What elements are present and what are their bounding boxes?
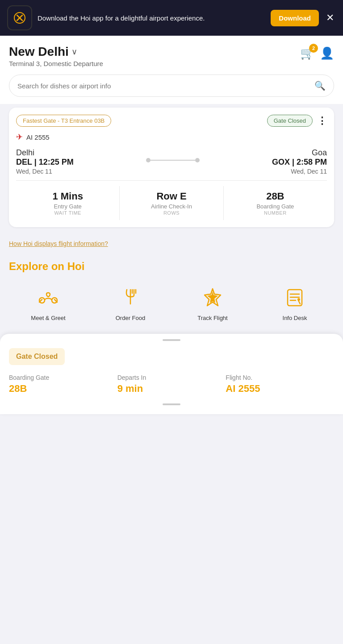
dest-info: Goa GOX | 2:58 PM Wed, Dec 11	[272, 148, 327, 175]
dest-date: Wed, Dec 11	[272, 168, 327, 175]
sheet-flight-no-label: Flight No.	[226, 374, 334, 381]
search-icon: 🔍	[314, 80, 326, 91]
origin-time: 12:25 PM	[39, 158, 74, 166]
wait-sublabel: WAIT TIME	[20, 210, 116, 216]
search-input[interactable]	[17, 82, 314, 90]
checkin-sublabel: ROWS	[123, 210, 219, 216]
card-header: Fastest Gate - T3 Entrance 03B Gate Clos…	[16, 115, 327, 127]
origin-city: Delhi	[16, 148, 74, 158]
explore-title-prefix: Explore on	[9, 260, 67, 272]
sheet-flight-no-cell: Flight No. AI 2555	[226, 374, 334, 395]
info-desk-icon	[281, 283, 308, 310]
info-desk-label: Info Desk	[283, 315, 307, 321]
checkin-row-value: Row E	[123, 191, 219, 202]
download-button[interactable]: Download	[271, 10, 319, 26]
wait-time-value: 1 Mins	[20, 191, 116, 202]
cart-button[interactable]: 🛒 2	[300, 46, 314, 60]
svg-rect-5	[52, 298, 57, 303]
search-bar[interactable]: 🔍	[9, 75, 334, 97]
airline-logo-icon: ✈	[16, 132, 23, 142]
svg-rect-4	[39, 298, 45, 303]
app-logo	[7, 5, 32, 30]
wait-time-cell: 1 Mins Entry Gate WAIT TIME	[16, 186, 120, 220]
dest-code: GOX	[272, 158, 290, 166]
location-section: New Delhi ∨ Terminal 3, Domestic Departu…	[9, 45, 103, 67]
dest-city: Goa	[272, 148, 327, 158]
route-row: Delhi DEL | 12:25 PM Wed, Dec 11 Goa	[16, 148, 327, 175]
city-chevron-icon[interactable]: ∨	[71, 47, 77, 57]
app-banner: Download the Hoi app for a delightful ai…	[0, 0, 343, 36]
card-divider	[16, 180, 327, 181]
bottom-sheet: Gate Closed Boarding Gate 28B Departs In…	[0, 334, 343, 414]
card-section: Fastest Gate - T3 Entrance 03B Gate Clos…	[0, 104, 343, 234]
city-row[interactable]: New Delhi ∨	[9, 45, 103, 59]
card-header-right: Gate Closed ⋮	[267, 115, 327, 127]
origin-dot	[146, 158, 151, 162]
sheet-departs-cell: Departs In 9 min	[117, 374, 226, 395]
dest-code-time: GOX | 2:58 PM	[272, 158, 327, 167]
origin-separator: |	[34, 158, 39, 166]
explore-item-order-food[interactable]: Order Food	[91, 283, 170, 321]
more-options-button[interactable]: ⋮	[317, 115, 327, 127]
dest-time: 2:58 PM	[297, 158, 327, 166]
flight-line	[146, 158, 200, 162]
boarding-sublabel: NUMBER	[227, 210, 323, 216]
flight-path-line	[151, 160, 195, 161]
sheet-boarding-value: 28B	[9, 383, 117, 395]
terminal-text: Terminal 3, Domestic Departure	[9, 60, 103, 67]
dest-separator: |	[292, 158, 297, 166]
meet-greet-icon	[35, 283, 62, 310]
gate-status-badge: Gate Closed	[267, 115, 313, 127]
origin-code-time: DEL | 12:25 PM	[16, 158, 74, 167]
sheet-info-row: Boarding Gate 28B Departs In 9 min Fligh…	[9, 374, 334, 395]
sheet-departs-value: 9 min	[117, 383, 226, 395]
boarding-gate-value: 28B	[227, 191, 323, 202]
flight-card: Fastest Gate - T3 Entrance 03B Gate Clos…	[9, 108, 334, 227]
track-flight-icon	[199, 283, 226, 310]
header: New Delhi ∨ Terminal 3, Domestic Departu…	[0, 36, 343, 71]
checkin-row-cell: Row E Airline Check-In ROWS	[120, 186, 223, 220]
airline-number: AI 2555	[26, 133, 50, 141]
explore-section: Explore on Hoi Meet & Greet	[0, 253, 343, 330]
info-link[interactable]: How Hoi displays flight information?	[9, 240, 108, 247]
sheet-flight-no-value: AI 2555	[226, 383, 334, 395]
gate-closed-box: Gate Closed	[9, 348, 65, 365]
explore-title: Explore on Hoi	[9, 260, 334, 273]
sheet-departs-label: Departs In	[117, 374, 226, 381]
checkin-label: Airline Check-In	[123, 203, 219, 210]
origin-info: Delhi DEL | 12:25 PM Wed, Dec 11	[16, 148, 74, 175]
sheet-handle-bottom	[163, 403, 180, 405]
origin-code: DEL	[16, 158, 32, 166]
banner-close-button[interactable]: ✕	[324, 10, 336, 25]
stats-row: 1 Mins Entry Gate WAIT TIME Row E Airlin…	[16, 186, 327, 220]
order-food-label: Order Food	[116, 315, 145, 321]
explore-grid: Meet & Greet Order Food	[9, 283, 334, 321]
info-link-section: How Hoi displays flight information?	[0, 234, 343, 253]
gate-closed-box-text: Gate Closed	[16, 353, 58, 360]
profile-button[interactable]: 👤	[320, 46, 334, 60]
explore-item-meet-greet[interactable]: Meet & Greet	[9, 283, 88, 321]
entry-gate-label: Entry Gate	[20, 203, 116, 210]
sheet-handle	[163, 339, 180, 341]
boarding-gate-cell: 28B Boarding Gate NUMBER	[224, 186, 327, 220]
meet-greet-label: Meet & Greet	[31, 315, 65, 321]
origin-date: Wed, Dec 11	[16, 168, 74, 175]
svg-point-13	[297, 298, 300, 301]
fastest-gate-badge: Fastest Gate - T3 Entrance 03B	[16, 115, 111, 127]
city-name: New Delhi	[9, 45, 69, 59]
flight-line-center	[74, 148, 272, 162]
airline-row: ✈ AI 2555	[16, 132, 327, 142]
explore-item-info-desk[interactable]: Info Desk	[255, 283, 334, 321]
search-container: 🔍	[0, 71, 343, 104]
sheet-boarding-label: Boarding Gate	[9, 374, 117, 381]
header-actions: 🛒 2 👤	[300, 46, 334, 60]
cart-badge: 2	[309, 44, 318, 53]
boarding-label: Boarding Gate	[227, 203, 323, 210]
dest-dot	[195, 158, 200, 162]
order-food-icon	[117, 283, 144, 310]
banner-text: Download the Hoi app for a delightful ai…	[38, 13, 265, 23]
sheet-boarding-cell: Boarding Gate 28B	[9, 374, 117, 395]
explore-item-track-flight[interactable]: Track Flight	[173, 283, 252, 321]
explore-title-brand: Hoi	[67, 260, 85, 272]
track-flight-label: Track Flight	[197, 315, 227, 321]
